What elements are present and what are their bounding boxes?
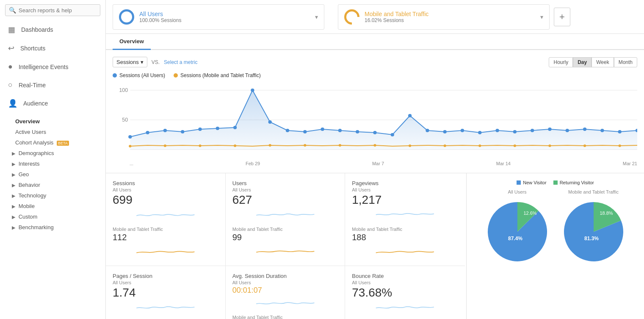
sidebar-item-active-users[interactable]: Active Users (0, 127, 105, 137)
arrow-icon: ▶ (12, 161, 15, 167)
svg-point-9 (181, 130, 184, 133)
segment-dropdown-icon[interactable]: ▾ (315, 14, 318, 20)
svg-text:18.8%: 18.8% (600, 211, 613, 216)
behavior-label: Behavior (19, 182, 40, 188)
sidebar-item-cohort[interactable]: Cohort Analysis BETA (0, 137, 105, 148)
svg-point-45 (444, 144, 446, 147)
metric-selector: Sessions ▾ VS. Select a metric (113, 57, 197, 67)
svg-point-39 (234, 144, 236, 147)
legend-all-users: Sessions (All Users) (113, 72, 165, 78)
metrics-grid: Sessions All Users 699 Mobile and Tablet… (106, 173, 466, 319)
svg-point-34 (618, 130, 622, 133)
technology-label: Technology (18, 192, 46, 199)
sidebar-item-intelligence[interactable]: ● Intelligence Events (0, 58, 105, 76)
tab-row: Overview (106, 34, 644, 50)
x-label-5: Mar 21 (623, 161, 637, 166)
legend-label-all: Sessions (All Users) (119, 72, 165, 78)
sidebar-item-technology[interactable]: ▶ Technology (0, 190, 105, 201)
segment-sub-mobile: 16.02% Sessions (365, 17, 540, 23)
segment-bar: All Users 100.00% Sessions ▾ Mobile and … (106, 0, 644, 34)
svg-point-27 (495, 129, 499, 132)
audience-icon: 👤 (8, 99, 17, 108)
metric-value1: 1,217 (352, 193, 458, 207)
time-btn-day[interactable]: Day (573, 57, 591, 67)
sidebar-item-interests[interactable]: ▶ Interests (0, 158, 105, 169)
time-buttons: Hourly Day Week Month (549, 57, 637, 67)
sidebar-item-dashboards[interactable]: ▦ Dashboards (0, 20, 105, 39)
sparkline-blue (352, 301, 458, 315)
time-btn-hourly[interactable]: Hourly (549, 57, 573, 67)
svg-point-7 (146, 131, 149, 134)
custom-label: Custom (19, 214, 38, 220)
svg-text:12.6%: 12.6% (523, 211, 536, 216)
sparkline-blue (232, 297, 338, 310)
metric-value2: 112 (113, 233, 218, 242)
segment-all-users[interactable]: All Users 100.00% Sessions ▾ (113, 4, 324, 30)
sidebar-item-overview[interactable]: Overview (0, 116, 105, 127)
sidebar-item-realtime[interactable]: ○ Real-Time (0, 76, 105, 94)
svg-point-46 (478, 144, 481, 147)
pie-svg: 87.4% 12.6% (484, 198, 551, 266)
overview-label: Overview (15, 118, 40, 125)
svg-point-12 (233, 126, 237, 129)
sparkline-orange (232, 244, 338, 258)
sidebar-item-benchmarking[interactable]: ▶ Benchmarking (0, 222, 105, 233)
search-input[interactable] (19, 7, 97, 14)
metric-label: Users (232, 180, 338, 186)
sidebar-item-label: Intelligence Events (19, 64, 69, 70)
arrow-icon: ▶ (12, 193, 15, 199)
segment-sub: 100.00% Sessions (139, 17, 315, 23)
svg-point-41 (304, 144, 306, 147)
x-label-3: Mar 7 (372, 161, 384, 166)
realtime-icon: ○ (8, 80, 13, 89)
metric-label: Bounce Rate (352, 273, 458, 279)
select-metric-link[interactable]: Select a metric (164, 59, 197, 65)
search-box[interactable]: 🔍 (5, 4, 100, 16)
svg-point-33 (600, 129, 604, 132)
metric-dropdown[interactable]: Sessions ▾ (113, 57, 147, 67)
main-content: All Users 100.00% Sessions ▾ Mobile and … (106, 0, 644, 319)
sidebar-item-shortcuts[interactable]: ↩ Shortcuts (0, 39, 105, 58)
legend-label-mobile: Sessions (Mobile and Tablet Traffic) (180, 72, 261, 78)
svg-point-14 (268, 120, 272, 124)
add-segment-button[interactable]: + (554, 8, 570, 26)
sidebar-item-demographics[interactable]: ▶ Demographics (0, 148, 105, 158)
svg-point-42 (339, 144, 341, 147)
geo-label: Geo (19, 171, 29, 178)
time-btn-month[interactable]: Month (614, 57, 637, 67)
time-btn-week[interactable]: Week (591, 57, 614, 67)
sparkline-blue (113, 208, 218, 222)
svg-point-38 (199, 144, 201, 147)
metric-card-pages-session: Pages / Session All Users 1.74 Mobile an… (106, 266, 226, 319)
segment-name-mobile: Mobile and Tablet Traffic (365, 11, 540, 17)
pies-row: All Users 87.4% 12.6% Mobile and Tablet … (473, 189, 637, 267)
sidebar-item-geo[interactable]: ▶ Geo (0, 169, 105, 180)
segment-mobile[interactable]: Mobile and Tablet Traffic 16.02% Session… (338, 4, 550, 30)
x-label-1: ... (130, 161, 133, 166)
sparkline-blue (352, 208, 458, 222)
metric-card-sessions: Sessions All Users 699 Mobile and Tablet… (106, 173, 226, 266)
svg-point-37 (164, 144, 166, 147)
pie-legend-returning-label: Returning Visitor (560, 180, 594, 185)
bottom-section: Sessions All Users 699 Mobile and Tablet… (106, 173, 644, 319)
sidebar-item-behavior[interactable]: ▶ Behavior (0, 180, 105, 190)
segment-dropdown-icon2[interactable]: ▾ (540, 14, 543, 20)
mobile-icon (341, 6, 363, 28)
pie-svg: 81.3% 18.8% (560, 198, 627, 266)
svg-point-36 (129, 145, 131, 147)
pie-legend-returning: Returning Visitor (553, 180, 594, 185)
arrow-icon: ▶ (12, 225, 15, 230)
sidebar-item-audience[interactable]: 👤 Audience (0, 94, 105, 113)
active-users-label: Active Users (15, 129, 46, 135)
tab-overview[interactable]: Overview (113, 34, 151, 50)
svg-point-28 (513, 130, 517, 133)
sidebar-item-mobile[interactable]: ▶ Mobile (0, 201, 105, 211)
svg-text:81.3%: 81.3% (584, 236, 598, 241)
metric-label: Sessions (113, 180, 218, 186)
arrow-icon: ▶ (12, 172, 15, 178)
sidebar-item-custom[interactable]: ▶ Custom (0, 211, 105, 222)
metric-label: Pageviews (352, 180, 458, 186)
metric-arrow-icon: ▾ (141, 59, 144, 65)
metric-segment1: All Users (232, 187, 338, 192)
benchmarking-label: Benchmarking (19, 224, 54, 230)
